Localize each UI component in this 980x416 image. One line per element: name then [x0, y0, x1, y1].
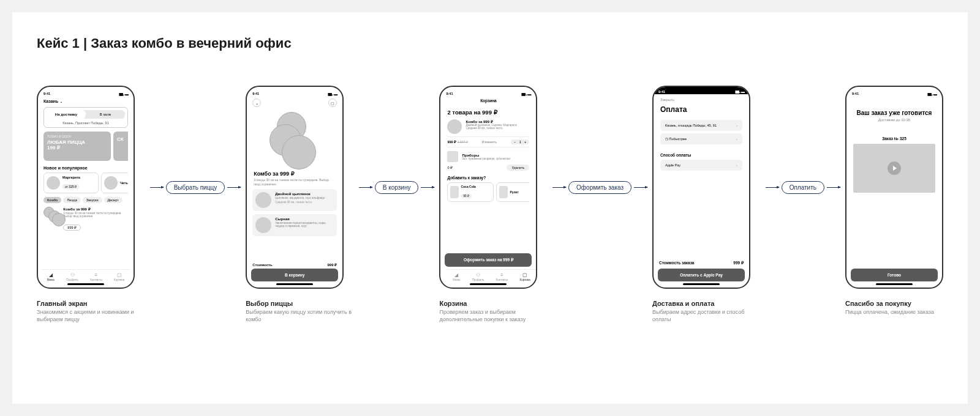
flow-connector: В корзину: [359, 86, 435, 289]
person-icon: ⚇: [476, 272, 480, 278]
delivery-tabs[interactable]: На доставку В зале: [47, 110, 125, 119]
signal-wifi-battery-icon: ▮▮▮ ⌵ ▬: [521, 92, 530, 96]
chevron-down-icon: ⌄: [255, 101, 258, 105]
flow-row: 9:41▮▮▮ ⌵ ▬ Казань⌄ На доставку В зале К…: [37, 86, 943, 323]
nav-menu[interactable]: ◢Меню: [47, 272, 55, 281]
upsell-card[interactable]: Coca Cola90 ₽: [447, 182, 494, 202]
step-cart: 9:41▮▮▮ ⌵ ▬ Корзина 2 товара на 999 ₽ Ко…: [439, 86, 548, 323]
nav-menu[interactable]: ◢Меню: [453, 272, 460, 281]
category-chip[interactable]: Пицца: [63, 197, 80, 203]
minus-icon[interactable]: −: [514, 140, 516, 144]
tracking-video[interactable]: [853, 144, 935, 193]
done-button[interactable]: Готово: [851, 269, 938, 281]
delete-button[interactable]: Удалить: [507, 165, 529, 171]
step-payment: 9:41▮▮▮ ⌵ ▬ Закрыть Оплата Казань, площа…: [652, 86, 761, 323]
nav-cart[interactable]: ▢Корзина: [114, 272, 124, 281]
thanks-title: Ваш заказ уже готовится: [856, 110, 933, 117]
nav-contacts[interactable]: ≡Контакты: [90, 272, 102, 281]
speed-field[interactable]: ◷ Побыстрее›: [660, 133, 742, 144]
product-card[interactable]: Маргаритаот 325 ₽: [43, 173, 99, 193]
chevron-down-icon: ⌄: [60, 100, 62, 103]
home-indicator: [876, 283, 913, 285]
clock-icon: ◷: [665, 137, 668, 141]
product-card[interactable]: Четыр: [101, 173, 128, 193]
nav-contacts[interactable]: ≡Контакты: [496, 272, 508, 281]
pizza-icon: [447, 119, 462, 134]
signal-wifi-battery-icon: ▮▮▮ ⌵ ▬: [328, 92, 337, 96]
step-desc: Проверяем заказ и выбираем дополнительны…: [439, 309, 548, 323]
play-icon: [888, 162, 901, 175]
status-bar: 9:41▮▮▮ ⌵ ▬: [443, 90, 533, 97]
status-bar: 9:41▮▮▮ ⌵ ▬: [654, 87, 749, 94]
location-selector[interactable]: Казань⌄: [41, 97, 130, 106]
chevron-right-icon: ›: [736, 124, 737, 127]
pizza-option[interactable]: Двойной цыпленокЦыпленок, моцарелла, соу…: [252, 189, 337, 211]
combo-card[interactable]: Комбо за 999 ₽ 3 пиццы 30 см на тонком т…: [43, 207, 128, 231]
step-title: Корзина: [439, 300, 548, 307]
plus-icon[interactable]: +: [524, 140, 527, 144]
step-desc: Выбираем адрес доставки и способ оплаты: [652, 309, 761, 323]
step-desc: Выбираем какую пиццу хотим получить в ко…: [246, 309, 354, 323]
bag-icon: ▢: [331, 101, 334, 105]
nav-cart[interactable]: ▢Корзина: [520, 272, 530, 281]
case-title: Кейс 1 | Заказ комбо в вечерний офис: [37, 35, 943, 51]
pizza-icon: [255, 217, 271, 233]
cart-item: Комбо за 999 ₽Двойной цыпленок, Сырная, …: [447, 119, 529, 134]
phone-payment: 9:41▮▮▮ ⌵ ▬ Закрыть Оплата Казань, площа…: [652, 86, 750, 289]
step-desc: Знакомимся с акциями и новинками и выбир…: [37, 309, 145, 323]
close-button[interactable]: Закрыть: [660, 98, 742, 102]
connector-label: Выбрать пиццу: [166, 181, 225, 194]
phone-home: 9:41▮▮▮ ⌵ ▬ Казань⌄ На доставку В зале К…: [37, 86, 135, 289]
upsell-card[interactable]: Рулет: [496, 182, 529, 202]
phone-cart: 9:41▮▮▮ ⌵ ▬ Корзина 2 товара на 999 ₽ Ко…: [439, 86, 537, 289]
status-bar: 9:41▮▮▮ ⌵ ▬: [850, 90, 939, 97]
pizza-option[interactable]: СырнаяУвеличенная порция моцареллы, сыры…: [252, 214, 337, 236]
combo-image: [43, 207, 59, 225]
address-text: Казань, Проспект Победы, 91: [47, 121, 125, 125]
change-link[interactable]: Изменить: [481, 140, 497, 144]
category-chip[interactable]: Комбо: [43, 197, 61, 203]
address-field[interactable]: Казань, площадь Победы, 45, 91›: [660, 120, 742, 131]
flow-connector: Выбрать пиццу: [150, 86, 241, 289]
bottom-nav: ◢Меню ⚇Профиль ≡Контакты ▢Корзина: [41, 269, 130, 281]
page-title: Корзина: [443, 98, 533, 103]
tab-dinein[interactable]: В зале: [86, 110, 125, 119]
bag-icon: ▢: [522, 272, 527, 278]
tab-delivery[interactable]: На доставку: [47, 110, 86, 119]
list-icon: ≡: [500, 272, 503, 278]
qty-stepper[interactable]: −1+: [511, 139, 529, 144]
signal-wifi-battery-icon: ▮▮▮ ⌵ ▬: [735, 89, 744, 94]
list-icon: ≡: [95, 272, 98, 278]
category-chip[interactable]: Десерт: [104, 197, 123, 203]
product-desc: 3 пиццы 30 см на тонком тесте по суперце…: [254, 178, 336, 186]
cart-button[interactable]: ▢: [328, 98, 337, 107]
pizza-icon: [255, 192, 271, 208]
phone-combo: 9:41▮▮▮ ⌵ ▬ ⌄ ▢ Комбо за 999 ₽ 3 пиццы 3…: [246, 86, 344, 289]
phone-thanks: 9:41▮▮▮ ⌵ ▬ Ваш заказ уже готовится Дост…: [845, 86, 943, 289]
order-number: Заказ № 325: [850, 136, 939, 141]
person-icon: ⚇: [70, 272, 75, 278]
section-header: Новое и популярное: [43, 166, 128, 170]
checkout-button[interactable]: Оформить заказ на 999 ₽: [445, 253, 532, 267]
add-to-cart-button[interactable]: В корзину: [251, 269, 338, 281]
category-chip[interactable]: Закуски: [83, 197, 102, 203]
promo-banner[interactable]: ТОЛЬКО В СЕЗОН ЛЮБАЯ ПИЦЦА199 ₽: [43, 132, 111, 161]
promo-banner-2[interactable]: СК: [113, 132, 128, 161]
home-indicator: [276, 283, 313, 285]
back-button[interactable]: ⌄: [252, 98, 261, 107]
design-canvas: Кейс 1 | Заказ комбо в вечерний офис 9:4…: [12, 12, 968, 404]
pay-button[interactable]: Оплатить с Apple Pay: [658, 269, 745, 281]
combo-hero-image: [250, 111, 339, 168]
drink-icon: [450, 186, 459, 198]
nav-profile[interactable]: ⚇Профиль: [472, 272, 484, 281]
cart-summary: 2 товара на 999 ₽: [447, 109, 529, 116]
payment-method-field[interactable]: Apple Pay›: [660, 160, 742, 171]
flow-connector: Оформить заказ: [552, 86, 647, 289]
nav-profile[interactable]: ⚇Профиль: [66, 272, 78, 281]
bag-icon: ▢: [117, 272, 122, 278]
home-indicator: [67, 283, 104, 285]
status-bar: 9:41▮▮▮ ⌵ ▬: [41, 90, 130, 97]
pizza-slice-icon: ◢: [49, 272, 53, 278]
signal-wifi-battery-icon: ▮▮▮ ⌵ ▬: [927, 92, 937, 96]
pizza-icon: [47, 176, 60, 190]
